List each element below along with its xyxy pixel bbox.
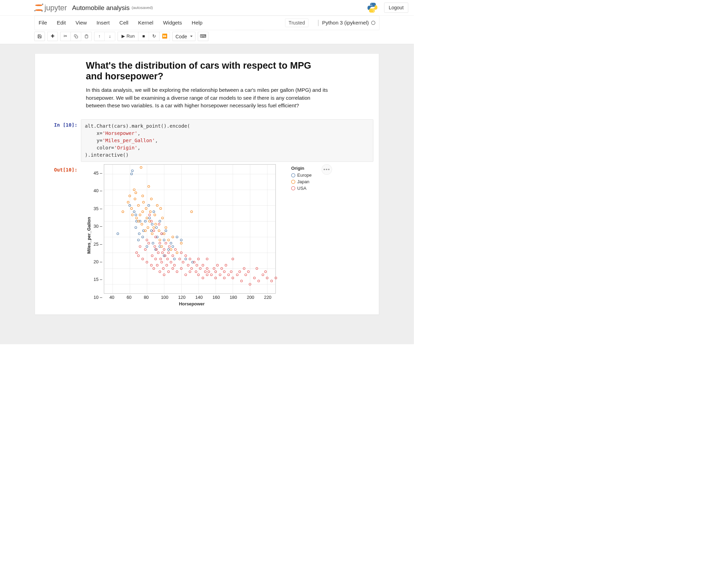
x-axis-ticks: 406080100120140160180200220	[104, 295, 276, 300]
legend-swatch	[291, 186, 296, 190]
x-axis-label: Horsepower	[104, 301, 276, 306]
menu-insert[interactable]: Insert	[97, 20, 110, 26]
logo-text: jupyter	[45, 3, 67, 12]
save-button[interactable]	[35, 32, 45, 41]
y-axis-ticks: 45 –40 –35 –30 –25 –20 –15 –10 –	[94, 171, 102, 300]
svg-rect-1	[86, 35, 87, 35]
move-up-button[interactable]: ↑	[94, 32, 105, 41]
legend-swatch	[291, 173, 296, 177]
autosaved-label: (autosaved)	[132, 6, 153, 10]
legend-item-usa[interactable]: USA	[291, 186, 312, 191]
legend-item-europe[interactable]: Europe	[291, 173, 312, 178]
add-cell-button[interactable]: ✚	[47, 32, 58, 41]
code-input[interactable]: alt.Chart(cars).mark_point().encode( x='…	[81, 119, 373, 162]
jupyter-icon	[35, 4, 43, 12]
legend-title: Origin	[291, 166, 312, 171]
code-cell[interactable]: In [10]: alt.Chart(cars).mark_point().en…	[41, 119, 374, 162]
menu-file[interactable]: File	[39, 20, 47, 26]
legend-swatch	[291, 180, 296, 184]
legend[interactable]: Origin EuropeJapanUSA	[291, 166, 312, 192]
menu-cell[interactable]: Cell	[119, 20, 128, 26]
menu-kernel[interactable]: Kernel	[138, 20, 153, 26]
copy-button[interactable]	[71, 32, 81, 41]
stop-button[interactable]: ■	[138, 32, 149, 41]
legend-item-japan[interactable]: Japan	[291, 179, 312, 184]
jupyter-logo[interactable]: jupyter	[35, 3, 67, 12]
chart[interactable]: Miles_per_Gallon 45 –40 –35 –30 –25 –20 …	[81, 164, 373, 306]
toolbar: ✚ ✂ ↑ ↓ ▶ Run ■ ↻ ⏩ Code ⌨	[0, 30, 414, 44]
trusted-badge[interactable]: Trusted	[285, 19, 308, 27]
celltype-select[interactable]: Code	[173, 32, 196, 41]
output-cell: Out[10]: Miles_per_Gallon 45 –40 –35 –30…	[41, 164, 374, 306]
scatter-plot[interactable]	[104, 164, 276, 294]
logout-button[interactable]: Logout	[384, 3, 408, 13]
chart-menu-button[interactable]: •••	[321, 164, 332, 175]
restart-run-all-button[interactable]: ⏩	[159, 32, 170, 41]
run-button[interactable]: ▶ Run	[118, 32, 139, 41]
menu-edit[interactable]: Edit	[57, 20, 66, 26]
menu-widgets[interactable]: Widgets	[163, 20, 182, 26]
move-down-button[interactable]: ↓	[105, 32, 115, 41]
python-icon	[367, 2, 378, 13]
menu-view[interactable]: View	[76, 20, 87, 26]
command-palette-button[interactable]: ⌨	[198, 32, 208, 41]
kernel-name[interactable]: Python 3 (ipykernel)	[322, 20, 369, 26]
svg-rect-0	[75, 36, 77, 38]
notebook-title[interactable]: Automobile analysis	[72, 4, 130, 11]
output-prompt: Out[10]:	[41, 164, 81, 306]
menubar: FileEditViewInsertCellKernelWidgetsHelp …	[35, 16, 380, 30]
markdown-heading: What's the distribution of cars with res…	[86, 60, 328, 81]
cut-button[interactable]: ✂	[60, 32, 70, 41]
menu-help[interactable]: Help	[192, 20, 202, 26]
markdown-body: In this data analysis, we will be explor…	[86, 86, 328, 109]
kernel-indicator	[371, 21, 375, 25]
y-axis-label: Miles_per_Gallon	[86, 217, 91, 254]
paste-button[interactable]	[81, 32, 91, 41]
restart-button[interactable]: ↻	[149, 32, 159, 41]
input-prompt: In [10]:	[41, 119, 81, 162]
markdown-cell[interactable]: What's the distribution of cars with res…	[41, 60, 374, 116]
